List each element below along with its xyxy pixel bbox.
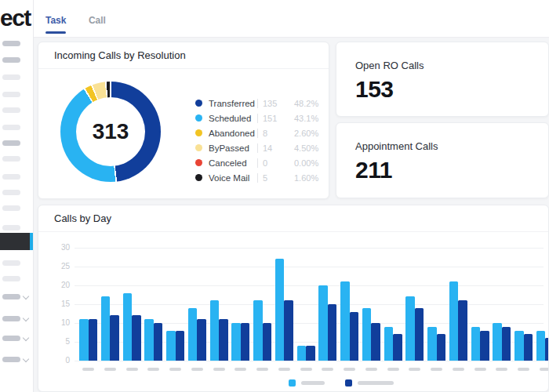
bar-series-cyan[interactable] bbox=[297, 346, 307, 361]
tab-bar: Task Call bbox=[33, 0, 549, 38]
donut-hole: 313 bbox=[76, 97, 145, 166]
x-axis-label-redacted bbox=[453, 368, 464, 371]
resolution-donut-chart[interactable]: 313 bbox=[60, 82, 161, 182]
bar-series-navy[interactable] bbox=[197, 319, 206, 361]
x-axis-label-redacted bbox=[169, 368, 181, 371]
bar-series-cyan[interactable] bbox=[253, 300, 263, 361]
bar-series-navy[interactable] bbox=[89, 319, 98, 361]
open-ro-calls-card: Open RO Calls 153 bbox=[336, 42, 549, 117]
x-axis-label-redacted bbox=[126, 368, 138, 371]
bar-series-navy[interactable] bbox=[241, 323, 250, 361]
bar-series-cyan[interactable] bbox=[79, 319, 89, 361]
y-axis-tick-label: 10 bbox=[38, 318, 70, 327]
open-ro-calls-title: Open RO Calls bbox=[336, 42, 548, 71]
legend-item-abandoned[interactable]: Abandoned82.60% bbox=[195, 125, 324, 140]
bar-series-cyan[interactable] bbox=[427, 327, 437, 361]
legend-item-scheduled[interactable]: Scheduled15143.1% bbox=[195, 111, 324, 125]
bar-series-navy[interactable] bbox=[437, 334, 446, 361]
sidebar-item[interactable] bbox=[0, 259, 33, 268]
legend-count: 151 bbox=[257, 114, 286, 123]
bar-group bbox=[166, 232, 184, 361]
bar-series-navy[interactable] bbox=[154, 323, 163, 361]
bar-series-navy[interactable] bbox=[502, 327, 511, 361]
sidebar-item[interactable] bbox=[0, 188, 33, 198]
bar-series-navy[interactable] bbox=[393, 334, 402, 361]
bar-series-cyan[interactable] bbox=[449, 281, 459, 361]
bar-group bbox=[384, 232, 402, 361]
x-axis-label-redacted bbox=[540, 368, 549, 371]
bar-series-cyan[interactable] bbox=[493, 323, 502, 361]
bar-series-cyan[interactable] bbox=[275, 259, 285, 361]
legend-item-voice-mail[interactable]: Voice Mail51.60% bbox=[195, 170, 324, 185]
sidebar-item-label-redacted bbox=[2, 294, 20, 299]
bar-series-cyan[interactable] bbox=[101, 296, 111, 361]
bar-series-cyan[interactable] bbox=[362, 308, 372, 361]
sidebar-item[interactable] bbox=[0, 90, 33, 100]
bar-series-navy[interactable] bbox=[350, 312, 359, 361]
bar-series-cyan[interactable] bbox=[210, 300, 220, 361]
bar-series-cyan[interactable] bbox=[188, 308, 198, 361]
sidebar-item[interactable] bbox=[0, 39, 33, 49]
bar-series-cyan[interactable] bbox=[471, 327, 481, 361]
bar-series-navy[interactable] bbox=[415, 308, 424, 361]
sidebar-item[interactable] bbox=[0, 73, 33, 82]
gridline bbox=[75, 361, 544, 361]
bar-series-cyan[interactable] bbox=[536, 331, 546, 361]
bar-legend-item[interactable] bbox=[345, 379, 394, 387]
sidebar-item[interactable] bbox=[0, 139, 33, 148]
sidebar-item[interactable] bbox=[0, 292, 33, 302]
bar-series-navy[interactable] bbox=[219, 319, 228, 361]
legend-item-transferred[interactable]: Transferred13548.2% bbox=[195, 96, 324, 111]
bar-series-navy[interactable] bbox=[328, 304, 337, 361]
bar-legend-item[interactable] bbox=[289, 379, 325, 387]
bar-series-cyan[interactable] bbox=[384, 327, 394, 361]
bar-series-cyan[interactable] bbox=[144, 319, 154, 361]
tab-task[interactable]: Task bbox=[45, 0, 66, 34]
legend-count: 14 bbox=[257, 143, 286, 153]
sidebar-item[interactable] bbox=[0, 172, 33, 182]
legend-item-bypassed[interactable]: ByPassed144.50% bbox=[195, 140, 324, 155]
chevron-down-icon bbox=[23, 356, 29, 362]
bar-series-cyan[interactable] bbox=[318, 285, 328, 361]
bar-series-cyan[interactable] bbox=[231, 323, 241, 361]
sidebar-item[interactable] bbox=[0, 334, 33, 343]
bar-chart-legend bbox=[38, 379, 549, 387]
sidebar-item-selected[interactable] bbox=[0, 233, 33, 250]
sidebar-item[interactable] bbox=[0, 204, 33, 213]
tab-call[interactable]: Call bbox=[89, 0, 106, 34]
bar-series-navy[interactable] bbox=[545, 338, 549, 361]
legend-percent: 2.60% bbox=[294, 129, 318, 138]
bar-series-navy[interactable] bbox=[306, 346, 315, 361]
bar-series-navy[interactable] bbox=[371, 323, 380, 361]
bar-series-navy[interactable] bbox=[110, 315, 119, 361]
sidebar-item[interactable] bbox=[0, 56, 33, 65]
sidebar-item-label-redacted bbox=[2, 92, 20, 97]
sidebar-item[interactable] bbox=[0, 154, 33, 164]
bar-series-cyan[interactable] bbox=[514, 331, 524, 361]
sidebar-item[interactable] bbox=[0, 314, 33, 324]
legend-color-dot bbox=[195, 144, 202, 151]
sidebar-item[interactable] bbox=[0, 223, 33, 233]
bar-group bbox=[471, 232, 489, 361]
legend-percent: 4.50% bbox=[294, 143, 318, 153]
sidebar-item[interactable] bbox=[0, 355, 33, 365]
x-axis-label-redacted bbox=[213, 368, 225, 371]
legend-label: Voice Mail bbox=[209, 173, 257, 183]
selected-item-accent-bar bbox=[30, 233, 33, 250]
sidebar-item[interactable] bbox=[0, 123, 33, 132]
bar-series-navy[interactable] bbox=[132, 315, 141, 361]
legend-item-canceled[interactable]: Canceled00.00% bbox=[195, 155, 324, 170]
bar-series-navy[interactable] bbox=[284, 300, 293, 361]
bar-series-cyan[interactable] bbox=[405, 296, 415, 361]
bar-series-cyan[interactable] bbox=[123, 293, 133, 361]
bar-series-cyan[interactable] bbox=[166, 331, 176, 361]
bar-series-navy[interactable] bbox=[263, 323, 272, 361]
sidebar-item[interactable] bbox=[0, 106, 33, 115]
bar-series-navy[interactable] bbox=[458, 300, 467, 361]
x-axis-label-redacted bbox=[344, 368, 355, 371]
bar-series-navy[interactable] bbox=[176, 331, 185, 361]
bar-series-navy[interactable] bbox=[524, 334, 533, 361]
bar-series-navy[interactable] bbox=[480, 331, 489, 361]
sidebar-item[interactable] bbox=[0, 274, 33, 284]
bar-series-cyan[interactable] bbox=[340, 281, 350, 361]
